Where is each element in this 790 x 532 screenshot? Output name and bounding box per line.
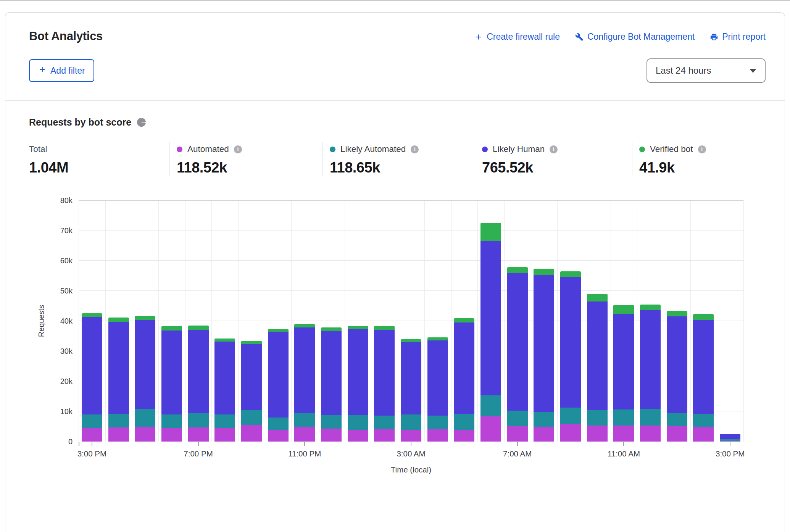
bar[interactable] bbox=[108, 318, 129, 442]
bar[interactable] bbox=[507, 267, 528, 442]
v-gridline bbox=[79, 200, 79, 442]
stat-value: 118.52k bbox=[177, 160, 322, 176]
v-gridline bbox=[211, 200, 212, 442]
bar-segment-likely-human bbox=[241, 344, 262, 410]
plus-icon bbox=[474, 33, 483, 41]
bar[interactable] bbox=[720, 434, 740, 442]
v-gridline bbox=[504, 200, 505, 442]
info-icon[interactable]: i bbox=[411, 145, 419, 153]
bar-segment-verified-bot bbox=[534, 269, 554, 275]
section-title: Requests by bot score bbox=[29, 117, 761, 128]
bar-segment-likely-automated bbox=[82, 414, 102, 428]
v-gridline bbox=[105, 200, 106, 442]
bar-segment-likely-human bbox=[214, 342, 235, 414]
x-tick-label: 11:00 AM bbox=[608, 449, 640, 458]
section-title-text: Requests by bot score bbox=[29, 117, 131, 128]
v-gridline bbox=[132, 200, 132, 442]
bar[interactable] bbox=[613, 305, 634, 442]
bar[interactable] bbox=[268, 329, 289, 442]
bar-segment-likely-human bbox=[188, 330, 209, 413]
card-header: Bot Analytics Create firewall rule Confi… bbox=[5, 13, 785, 100]
print-report-link[interactable]: Print report bbox=[710, 32, 766, 42]
v-gridline bbox=[531, 200, 531, 442]
bar-segment-verified-bot bbox=[188, 326, 209, 330]
time-range-select[interactable]: Last 24 hours bbox=[647, 58, 766, 83]
bar[interactable] bbox=[348, 326, 368, 442]
info-icon[interactable]: i bbox=[234, 145, 242, 153]
bar-segment-likely-automated bbox=[401, 414, 421, 430]
bar[interactable] bbox=[640, 305, 661, 442]
legend-dot-verified-bot bbox=[639, 147, 645, 152]
bar[interactable] bbox=[135, 316, 155, 442]
action-label: Configure Bot Management bbox=[587, 32, 695, 42]
stat-label: Total bbox=[29, 144, 47, 154]
info-icon[interactable]: i bbox=[698, 145, 706, 153]
v-gridline bbox=[717, 200, 717, 442]
action-label: Create firewall rule bbox=[487, 32, 560, 42]
bar-segment-automated bbox=[480, 416, 501, 442]
stats-row: Total 1.04M Automated i 118.52k Likely A… bbox=[29, 142, 761, 176]
bar[interactable] bbox=[161, 326, 182, 442]
bar-segment-automated bbox=[534, 427, 554, 442]
x-tick-label: 3:00 PM bbox=[77, 449, 106, 458]
y-tick-label: 0 bbox=[68, 437, 73, 446]
stat-verified-bot: Verified bot i 41.9k bbox=[632, 142, 761, 176]
bar[interactable] bbox=[427, 337, 448, 442]
legend-dot-automated bbox=[177, 147, 182, 152]
x-tick-label: 3:00 PM bbox=[716, 449, 745, 458]
wrench-icon bbox=[575, 33, 584, 41]
create-firewall-rule-link[interactable]: Create firewall rule bbox=[474, 32, 560, 42]
bar[interactable] bbox=[241, 341, 262, 442]
bar-segment-likely-human bbox=[321, 331, 342, 415]
y-tick-label: 50k bbox=[60, 287, 73, 295]
bar[interactable] bbox=[693, 314, 714, 442]
bar[interactable] bbox=[188, 326, 209, 442]
bar[interactable] bbox=[214, 339, 235, 442]
bar[interactable] bbox=[374, 326, 395, 442]
page-title: Bot Analytics bbox=[29, 29, 103, 43]
bar[interactable] bbox=[82, 313, 102, 442]
x-tick-label: 7:00 PM bbox=[184, 449, 213, 458]
bar-segment-likely-human bbox=[161, 330, 182, 414]
stat-label: Verified bot bbox=[650, 144, 693, 154]
printer-icon bbox=[710, 33, 718, 41]
bar-segment-automated bbox=[135, 427, 155, 442]
bar-segment-verified-bot bbox=[214, 339, 235, 342]
x-tick bbox=[198, 442, 199, 446]
bar[interactable] bbox=[294, 324, 315, 442]
bar-segment-automated bbox=[188, 427, 209, 442]
bar-segment-verified-bot bbox=[241, 341, 262, 344]
info-icon[interactable]: i bbox=[550, 145, 558, 153]
stat-likely-automated: Likely Automated i 118.65k bbox=[323, 142, 475, 176]
bar-segment-likely-automated bbox=[613, 409, 634, 426]
x-tick-label: 7:00 AM bbox=[503, 449, 532, 458]
bar[interactable] bbox=[667, 311, 687, 442]
bar[interactable] bbox=[480, 223, 501, 442]
configure-bot-management-link[interactable]: Configure Bot Management bbox=[575, 32, 695, 42]
stat-label: Likely Human bbox=[493, 144, 545, 154]
v-gridline bbox=[611, 200, 611, 442]
bar-segment-verified-bot bbox=[294, 324, 315, 327]
v-gridline bbox=[345, 200, 345, 442]
bar-segment-likely-automated bbox=[321, 415, 342, 429]
bar-segment-likely-automated bbox=[693, 414, 714, 427]
legend-dot-likely-human bbox=[482, 147, 488, 152]
bar-segment-verified-bot bbox=[401, 339, 421, 342]
bar[interactable] bbox=[454, 318, 474, 442]
bar[interactable] bbox=[587, 294, 608, 442]
bar-segment-likely-human bbox=[427, 340, 448, 416]
bar[interactable] bbox=[321, 327, 342, 442]
add-filter-button[interactable]: Add filter bbox=[29, 59, 94, 82]
requests-by-bot-score-section: Requests by bot score Total 1.04M Automa… bbox=[5, 101, 785, 474]
bar-segment-automated bbox=[613, 426, 634, 442]
y-tick-label: 10k bbox=[60, 407, 73, 416]
bar[interactable] bbox=[401, 339, 421, 442]
bar-segment-likely-automated bbox=[534, 412, 554, 427]
bar-segment-automated bbox=[640, 426, 661, 442]
bar[interactable] bbox=[534, 269, 554, 442]
bar[interactable] bbox=[560, 271, 581, 442]
bar-segment-verified-bot bbox=[454, 318, 474, 322]
stat-automated: Automated i 118.52k bbox=[170, 142, 322, 176]
bar-segment-likely-human bbox=[348, 329, 368, 414]
bar-segment-automated bbox=[108, 427, 129, 442]
